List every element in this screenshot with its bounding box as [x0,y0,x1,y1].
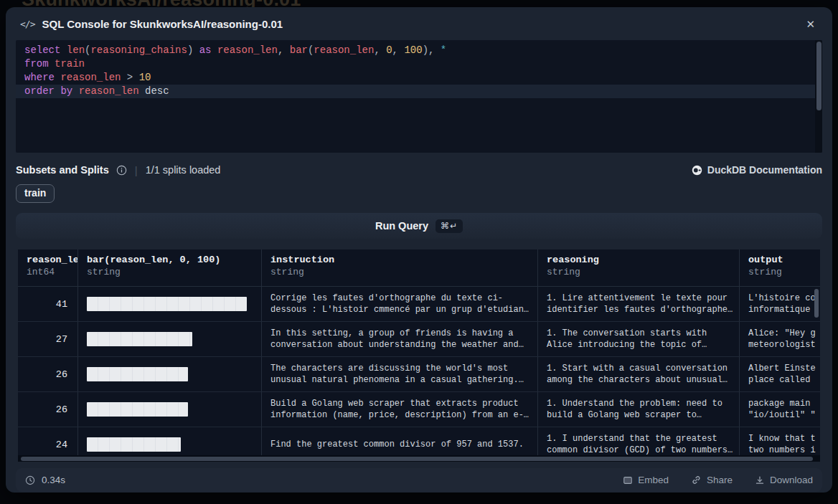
code-token: ), [423,44,435,56]
bar-visualization [87,402,188,417]
bar-visualization [87,297,247,311]
column-header-output[interactable]: outputstring [740,249,820,286]
splits-status: 1/1 splits loaded [146,164,221,176]
embed-label: Embed [638,475,669,485]
code-token: reason_len [217,44,278,56]
table-body: 41Corrige les fautes d'orthographe du te… [18,287,820,462]
column-header-instruction[interactable]: instructionstring [262,249,538,286]
bar-visualization [87,437,181,452]
code-token: where [24,72,55,83]
cell-line: "io/ioutil" " [748,409,811,422]
code-token [60,44,66,56]
code-line: select len(reasoning_chains) as reason_l… [16,44,822,57]
code-token: select [24,44,60,56]
download-icon [755,475,765,485]
download-button[interactable]: Download [755,475,813,485]
cell-reason-len: 27 [18,322,78,356]
clock-icon [25,475,35,485]
column-name: output [748,255,811,265]
cell-line: Alice: "Hey g [748,328,811,340]
cell-bar [78,322,262,356]
cell-instruction: Build a Golang web scraper that extracts… [262,392,538,427]
info-icon[interactable] [116,165,127,176]
cell-line: Albert Einste [748,363,811,375]
cell-line: Corrige les fautes d'orthographe du text… [270,293,529,305]
column-header-bar-reason-len-0-100-[interactable]: bar(reason_len, 0, 100)string [78,249,262,286]
code-token: 10 [139,72,151,83]
cell-reason-len: 26 [18,357,78,391]
splits-row: Subsets and Splits | 1/1 splits loaded D… [16,163,822,177]
code-token: train [55,58,85,70]
cell-line: The characters are discussing the world'… [270,363,529,375]
table-row[interactable]: 27In this setting, a group of friends is… [18,322,820,357]
cell-line: Find the greatest common divisor of 957 … [270,439,529,451]
embed-icon [623,475,633,485]
cell-output: L'histoire coinformatique [740,287,820,321]
column-type: string [547,267,730,277]
column-type: string [270,267,529,277]
column-name: reasoning [547,255,730,265]
column-name: instruction [270,255,529,265]
divider: | [134,164,138,176]
code-token: order [24,85,55,97]
sql-editor-lines: select len(reasoning_chains) as reason_l… [16,40,822,98]
code-line: order by reason_len desc [16,85,822,98]
split-chips: train [16,184,822,203]
table-vertical-scrollbar-thumb[interactable] [814,289,819,318]
cell-reason-len: 41 [18,287,78,321]
bar-visualization [87,367,188,381]
cell-line: meteorologist [748,339,811,351]
share-button[interactable]: Share [691,475,733,485]
cell-line: build a Golang web scraper to… [547,409,730,422]
cell-line: 1. I understand that the greatest [547,433,730,445]
code-token: reasoning_chains [90,44,187,56]
link-icon [691,475,702,485]
keyboard-shortcut-badge: ⌘↵ [436,219,463,233]
duckdb-icon [692,165,702,176]
code-token [72,85,78,97]
code-token [139,85,145,97]
editor-scrollbar-thumb[interactable] [816,42,821,110]
cell-instruction: In this setting, a group of friends is h… [262,322,538,356]
cell-line: place called [748,374,811,386]
duckdb-documentation-link[interactable]: DuckDB Documentation [692,164,822,176]
code-token: len [67,44,85,56]
table-row[interactable]: 26The characters are discussing the worl… [18,357,820,392]
cell-reasoning: 1. Understand the problem: need tobuild … [538,392,740,427]
column-header-reasoning[interactable]: reasoningstring [538,249,740,286]
embed-button[interactable]: Embed [623,475,669,485]
column-name: bar(reason_len, 0, 100) [87,255,253,265]
code-token: reason_len [314,44,374,56]
cell-line: 1. Lire attentivement le texte pour [547,293,730,305]
bar-visualization [87,332,192,346]
cell-line: information (name, price, description) f… [270,409,529,422]
code-token: , [374,44,386,56]
split-chip-train[interactable]: train [16,184,55,203]
results-table: reason_lenint64bar(reason_len, 0, 100)st… [17,249,821,462]
sql-editor[interactable]: select len(reasoning_chains) as reason_l… [16,40,822,153]
table-row[interactable]: 41Corrige les fautes d'orthographe du te… [18,287,820,322]
code-icon: </> [20,19,34,29]
modal-title: SQL Console for SkunkworksAI/reasoning-0… [42,18,794,30]
cell-line: package main [748,398,811,410]
code-token: bar [290,44,308,56]
cell-line: unusual natural phenomena in a casual ga… [270,374,529,386]
table-horizontal-scrollbar-thumb[interactable] [21,457,813,461]
run-query-button[interactable]: Run Query ⌘↵ [16,213,822,239]
cell-line: identifier les fautes d'orthographe… [547,304,730,316]
cell-bar [78,287,262,321]
code-token: 0 [386,44,392,56]
cell-line: L'histoire co [748,293,811,305]
cell-line: 1. The conversation starts with [547,328,730,340]
cell-output: package main"io/ioutil" " [740,392,820,427]
code-token: , [278,44,290,56]
table-row[interactable]: 26Build a Golang web scraper that extrac… [18,392,820,427]
code-token: , [392,44,405,56]
cell-line: dessous : L'histoir cmmencé par un grup … [270,304,529,316]
column-header-reason-len[interactable]: reason_lenint64 [18,249,78,286]
cell-reasoning: 1. Lire attentivement le texte pourident… [538,287,740,321]
cell-output: Albert Einsteplace called [740,357,820,391]
cell-output: Alice: "Hey gmeteorologist [740,322,820,356]
code-token [121,72,126,83]
close-icon[interactable]: ✕ [801,16,819,32]
